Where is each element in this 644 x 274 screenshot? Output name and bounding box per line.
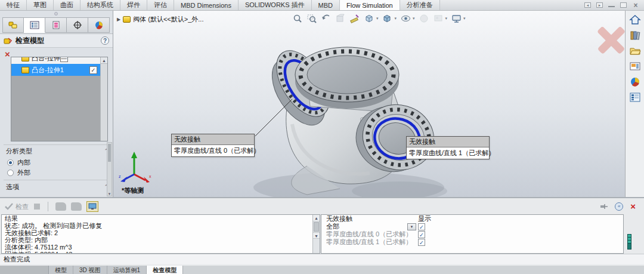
- file-explorer-icon[interactable]: [628, 44, 642, 57]
- minimize-icon[interactable]: [608, 3, 615, 7]
- tab-scroll-zone[interactable]: [0, 266, 49, 274]
- document-tab[interactable]: 检查模型: [147, 266, 183, 274]
- restore-icon[interactable]: [620, 2, 627, 8]
- contact-show-checkbox[interactable]: [418, 239, 425, 246]
- view-orientation-icon[interactable]: [364, 13, 374, 24]
- create-solid-body-button[interactable]: [71, 202, 82, 211]
- tree-row[interactable]: 凸台-拉伸1 ✓: [11, 64, 107, 76]
- zoom-area-icon[interactable]: [306, 13, 317, 24]
- section-options[interactable]: 选项 ⌃: [6, 183, 109, 191]
- apply-scene-icon[interactable]: [433, 13, 444, 24]
- help-icon[interactable]: ?: [101, 36, 109, 45]
- valve-body-model[interactable]: [250, 35, 625, 197]
- scroll-up-icon[interactable]: ▲: [313, 215, 320, 221]
- y-axis-arrow: [131, 152, 137, 158]
- confirmation-corner-cancel-icon[interactable]: [597, 26, 625, 54]
- view-palette-icon[interactable]: [628, 60, 642, 73]
- section-analysis-type[interactable]: 分析类型 ⌃: [6, 147, 109, 155]
- view-settings-icon[interactable]: [451, 13, 462, 24]
- dock-right-icon[interactable]: ▸: [596, 2, 603, 8]
- tree-item-checkbox[interactable]: —: [60, 57, 68, 62]
- close-icon[interactable]: ×: [632, 1, 639, 10]
- menu-tab[interactable]: SOLIDWORKS 插件: [239, 0, 312, 10]
- scrollbar-thumb[interactable]: [108, 144, 111, 162]
- graphics-area[interactable]: ▶ 阀体 (默认<<默认>_外... ▾ ▾ ▾ ▾ ▾: [113, 11, 625, 197]
- dock-left-icon[interactable]: ◂: [584, 2, 591, 8]
- show-fluid-volume-toggle[interactable]: [86, 201, 98, 212]
- design-library-icon[interactable]: [628, 29, 642, 42]
- invalid-contact-callout-0[interactable]: 无效接触 零厚度曲线/直线 0（已求解）: [171, 134, 255, 157]
- list-scrollbar[interactable]: ▲: [100, 57, 107, 141]
- feature-selection-list[interactable]: 凸台-拉伸 — 凸台-拉伸1 ✓ ▲: [11, 57, 108, 141]
- zoom-fit-icon[interactable]: [292, 13, 303, 24]
- tab-dimxpert-manager[interactable]: [67, 17, 88, 33]
- create-fluid-body-button[interactable]: [55, 202, 66, 211]
- menu-tab[interactable]: 草图: [27, 0, 54, 10]
- scroll-down-icon[interactable]: ▼: [313, 232, 320, 239]
- display-style-icon[interactable]: [382, 13, 393, 24]
- scroll-down-icon[interactable]: ▼: [107, 192, 112, 196]
- filter-dropdown-icon[interactable]: ▼: [407, 223, 416, 230]
- chevron-down-icon[interactable]: ▾: [376, 16, 379, 21]
- radio-external[interactable]: 外部: [7, 168, 30, 177]
- tab-feature-manager[interactable]: [2, 17, 24, 33]
- menu-tab[interactable]: 特征: [0, 0, 27, 10]
- tree-row-clipped[interactable]: 凸台-拉伸 —: [11, 57, 107, 64]
- show-all-checkbox[interactable]: [418, 223, 425, 230]
- callout-title: 无效接触: [172, 134, 254, 145]
- document-tab-label: 模型: [55, 267, 67, 273]
- result-line: 状态: 成功。 检测到问题并已修复: [2, 222, 320, 229]
- close-panel-icon[interactable]: ×: [630, 202, 636, 211]
- menu-tab[interactable]: Flow Simulation: [340, 0, 400, 10]
- section-view-icon[interactable]: [335, 13, 346, 24]
- cancel-icon[interactable]: ×: [5, 50, 10, 59]
- menu-tab[interactable]: 分析准备: [400, 0, 440, 10]
- radio-label: 外部: [17, 168, 30, 177]
- document-tab[interactable]: 运动算例1: [107, 266, 147, 274]
- radio-icon[interactable]: [7, 170, 14, 176]
- menu-tab[interactable]: 焊件: [120, 0, 147, 10]
- configuration-manager-icon: [51, 21, 61, 29]
- panel-resize-grip[interactable]: [54, 12, 58, 16]
- chevron-down-icon[interactable]: ▾: [445, 16, 448, 21]
- contact-show-checkbox[interactable]: [418, 231, 425, 238]
- home-icon[interactable]: [628, 13, 642, 26]
- tab-display-manager[interactable]: [88, 17, 110, 33]
- feature-manager-icon: [8, 21, 18, 29]
- previous-view-icon[interactable]: [321, 13, 332, 24]
- tree-item-checkbox[interactable]: ✓: [89, 66, 97, 74]
- chevron-down-icon[interactable]: ▾: [463, 16, 466, 21]
- tab-property-manager[interactable]: [24, 17, 45, 33]
- panel-scrollbar[interactable]: ▼: [107, 142, 112, 196]
- pin-icon[interactable]: [599, 203, 608, 210]
- custom-properties-icon[interactable]: [628, 91, 642, 104]
- flyout-feature-tree[interactable]: ▶ 阀体 (默认<<默认>_外...: [117, 15, 203, 24]
- measure-icon[interactable]: [349, 13, 360, 24]
- edit-appearance-icon[interactable]: [419, 13, 429, 24]
- document-tab[interactable]: 模型: [49, 266, 73, 274]
- scroll-up-icon[interactable]: ▲: [101, 57, 107, 64]
- menu-tab[interactable]: 评估: [147, 0, 174, 10]
- radio-internal[interactable]: 内部: [7, 158, 30, 167]
- results-list[interactable]: 结果 状态: 成功。 检测到问题并已修复无效接触已求解: 2分析类型: 内部流体…: [1, 214, 320, 254]
- invalid-contacts-list[interactable]: 无效接触 显示 全部 ▼ 零厚度曲线/直线 0（已求解） 零厚度曲线/直线 1（…: [321, 214, 624, 254]
- collapse-panel-icon[interactable]: «: [615, 202, 623, 211]
- flyout-expand-icon[interactable]: ▶: [117, 17, 120, 22]
- radio-icon[interactable]: [7, 159, 14, 166]
- menu-tab[interactable]: MBD Dimensions: [174, 0, 239, 10]
- menu-tab[interactable]: MBD: [312, 0, 340, 10]
- menu-tab[interactable]: 结构系统: [80, 0, 120, 10]
- document-tab[interactable]: 3D 视图: [73, 266, 107, 274]
- scrollbar-thumb[interactable]: [314, 222, 319, 232]
- appearances-icon[interactable]: [628, 75, 642, 88]
- tab-configuration-manager[interactable]: [45, 17, 67, 33]
- property-manager-panel: 检查模型 ? × 凸台-拉伸 — 凸台-拉伸1 ✓ ▲ 分析类型 ⌃: [0, 11, 113, 197]
- chevron-down-icon[interactable]: ▾: [395, 16, 397, 21]
- invalid-contact-callout-1[interactable]: 无效接触 零厚度曲线/直线 1（已求解）: [406, 136, 490, 159]
- check-button[interactable]: 检查: [5, 202, 29, 211]
- stop-button[interactable]: [33, 203, 41, 210]
- menu-tab[interactable]: 曲面: [54, 0, 80, 10]
- results-scrollbar[interactable]: ▲ ▼: [312, 215, 320, 253]
- chevron-down-icon[interactable]: ▾: [413, 16, 415, 21]
- hide-show-items-icon[interactable]: [400, 13, 411, 24]
